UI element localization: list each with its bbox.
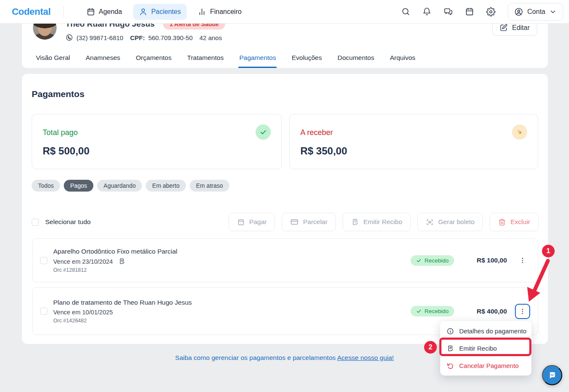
bulk-action-buttons: Pagar Parcelar Emitir Recibo Gerar bolet… [229, 213, 539, 231]
total-paid-value: R$ 500,00 [43, 145, 90, 157]
status-label: Recebido [425, 257, 449, 264]
payment-row: Aparelho Ortodôntico Fixo metálico Parci… [32, 238, 538, 282]
nav-item-label: Financeiro [210, 8, 242, 16]
calendar-icon[interactable] [465, 7, 474, 16]
menu-item-label: Cancelar Pagamento [459, 362, 519, 369]
select-all-label: Selecionar tudo [45, 218, 91, 226]
person-icon [139, 8, 147, 16]
account-label: Conta [527, 8, 545, 16]
receipt-note-icon[interactable] [118, 258, 125, 265]
arrow-down-right-icon [512, 124, 527, 140]
select-all-checkbox[interactable] [32, 219, 39, 226]
patient-age: 42 anos [199, 34, 222, 41]
delete-button[interactable]: Excluir [490, 213, 539, 231]
chat-icon[interactable] [444, 7, 453, 16]
filter-todos[interactable]: Todos [32, 180, 60, 192]
nav-item-label: Agenda [99, 8, 122, 16]
support-chat-button[interactable] [542, 365, 562, 385]
row-checkbox[interactable] [40, 257, 47, 264]
guide-note-text: Saiba como gerenciar os pagamentos e par… [175, 354, 337, 361]
nav-item-agenda[interactable]: Agenda [81, 4, 128, 20]
due-date-text: Vence em 23/10/2024 [53, 258, 113, 265]
page-title: Pagamentos [32, 89, 84, 99]
chevron-down-icon [549, 8, 557, 16]
menu-item-cancel-payment[interactable]: Cancelar Pagamento [440, 357, 531, 374]
row-menu-button-active[interactable] [515, 304, 530, 319]
check-icon [416, 308, 422, 314]
menu-item-emit-receipt[interactable]: Emitir Recibo [440, 340, 531, 357]
tab-visao-geral[interactable]: Visão Geral [36, 48, 70, 68]
payment-amount: R$ 400,00 [454, 308, 507, 315]
bell-icon[interactable] [422, 7, 431, 16]
annotation-step-1: 1 [542, 245, 555, 257]
account-button[interactable]: Conta [508, 3, 563, 21]
guide-link[interactable]: Acesse nosso guia! [337, 354, 394, 361]
installments-button[interactable]: Parcelar [282, 213, 336, 231]
patient-cpf: 560.709.390-50 [148, 34, 193, 41]
tab-pagamentos[interactable]: Pagamentos [239, 48, 276, 68]
receivable-value: R$ 350,00 [300, 145, 347, 157]
bulk-actions-row: Selecionar tudo Pagar Parcelar Emitir Re… [32, 213, 539, 231]
nav-item-pacientes[interactable]: Pacientes [133, 4, 187, 20]
tab-tratamentos[interactable]: Tratamentos [187, 48, 223, 68]
chat-bubble-icon [547, 370, 558, 381]
payment-context-menu: Detalhes do pagamento Emitir Recibo Canc… [440, 321, 531, 376]
total-paid-card: Total pago R$ 500,00 [32, 114, 282, 169]
installments-button-label: Parcelar [303, 218, 327, 226]
filter-em-aberto[interactable]: Em aberto [146, 180, 186, 192]
generate-boleto-button[interactable]: Gerar boleto [417, 213, 483, 231]
status-filter-chips: Todos Pagos Aguardando Em aberto Em atra… [32, 180, 229, 192]
menu-item-label: Detalhes do pagamento [459, 327, 526, 335]
payment-row-info: Aparelho Ortodôntico Fixo metálico Parci… [53, 248, 177, 273]
payment-row-right: Recebido R$ 100,00 [411, 253, 530, 268]
payment-due-date: Vence em 10/01/2025 [53, 309, 192, 316]
tab-evolucoes[interactable]: Evoluções [291, 48, 322, 68]
row-checkbox[interactable] [40, 308, 47, 315]
edit-pencil-icon [500, 24, 508, 32]
tab-anamneses[interactable]: Anamneses [86, 48, 120, 68]
tab-arquivos[interactable]: Arquivos [390, 48, 415, 68]
emit-receipt-button-label: Emitir Recibo [363, 218, 402, 226]
receivable-label: A receber [300, 128, 333, 137]
tab-orcamentos[interactable]: Orçamentos [136, 48, 172, 68]
menu-item-payment-details[interactable]: Detalhes do pagamento [440, 322, 531, 340]
delete-button-label: Excluir [510, 218, 530, 226]
patient-tabs: Visão Geral Anamneses Orçamentos Tratame… [36, 48, 415, 68]
nav-divider [63, 6, 64, 17]
patient-info-row: (32) 99871-6810 CPF: 560.709.390-50 42 a… [65, 34, 222, 41]
user-circle-icon [514, 7, 523, 16]
wallet-icon [237, 218, 245, 226]
top-navbar: Codental Agenda Pacientes Financeiro [0, 0, 569, 24]
status-badge: Recebido [411, 255, 454, 266]
menu-item-label: Emitir Recibo [459, 345, 497, 352]
search-icon[interactable] [401, 7, 410, 16]
nav-item-financeiro[interactable]: Financeiro [192, 4, 248, 20]
bar-chart-icon [198, 8, 206, 16]
codental-logo[interactable]: Codental [12, 6, 51, 17]
tab-documentos[interactable]: Documentos [338, 48, 374, 68]
payment-due-date: Vence em 23/10/2024 [53, 258, 177, 265]
payment-row-info: Plano de tratamento de Theo Ruan Hugo Je… [53, 299, 192, 324]
pay-button-label: Pagar [249, 218, 267, 226]
cpf-label: CPF: [130, 34, 145, 41]
receipt-icon [446, 345, 454, 352]
emit-receipt-button[interactable]: Emitir Recibo [343, 213, 411, 231]
filter-aguardando[interactable]: Aguardando [97, 180, 142, 192]
pay-button[interactable]: Pagar [229, 213, 275, 231]
credit-card-icon [290, 218, 299, 226]
payment-amount: R$ 100,00 [454, 257, 507, 264]
receivable-card: A receber R$ 350,00 [289, 114, 538, 169]
gear-icon[interactable] [486, 7, 495, 16]
due-date-text: Vence em 10/01/2025 [53, 309, 113, 316]
payment-orc-number: Orc #1426482 [53, 318, 192, 324]
navbar-right-group: Conta [401, 3, 563, 21]
filter-pagos[interactable]: Pagos [64, 180, 93, 192]
row-menu-button[interactable] [515, 253, 530, 268]
payment-row-right: Recebido R$ 400,00 [411, 304, 530, 319]
filter-em-atraso[interactable]: Em atraso [190, 180, 229, 192]
check-circle-icon [256, 124, 271, 140]
annotation-step-2: 2 [424, 341, 437, 354]
calendar-icon [87, 8, 95, 16]
nav-item-label: Pacientes [151, 8, 181, 16]
payment-title: Aparelho Ortodôntico Fixo metálico Parci… [53, 248, 177, 255]
